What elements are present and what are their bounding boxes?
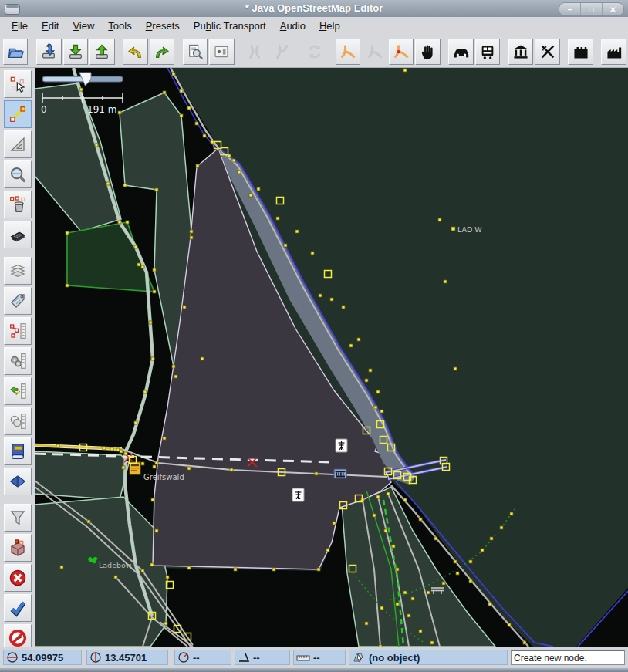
power-tower-icon[interactable]	[292, 488, 304, 501]
split-way-button[interactable]	[336, 39, 360, 65]
map-node[interactable]	[365, 622, 368, 625]
map-node[interactable]	[141, 462, 144, 465]
download-osm-data-button[interactable]	[36, 39, 61, 65]
map-node[interactable]	[116, 448, 120, 451]
map-node[interactable]	[196, 164, 199, 167]
map-node[interactable]	[257, 187, 260, 191]
menu-presets[interactable]: Presets	[139, 18, 187, 34]
map-node[interactable]	[481, 549, 484, 552]
selection-dialog-button[interactable]	[4, 377, 32, 405]
map-node[interactable]	[79, 88, 83, 91]
validator-check-button[interactable]	[4, 594, 32, 622]
map-node[interactable]	[434, 537, 437, 540]
map-node[interactable]	[190, 236, 193, 239]
map-node[interactable]	[369, 369, 372, 372]
landuse-below-road[interactable]	[35, 451, 129, 500]
map-node[interactable]	[419, 518, 422, 521]
toggle-dialogs-button[interactable]	[209, 39, 234, 65]
map-node[interactable]	[118, 221, 121, 224]
map-node[interactable]	[143, 390, 147, 393]
map-node[interactable]	[60, 566, 63, 569]
preset-bus-button[interactable]	[475, 39, 500, 65]
upload-data-button[interactable]	[89, 39, 114, 65]
map-node[interactable]	[333, 522, 336, 525]
map-node[interactable]	[66, 284, 69, 287]
map-node[interactable]	[187, 467, 191, 470]
map-node[interactable]	[124, 452, 127, 455]
map-node[interactable]	[365, 379, 368, 382]
city-limit-sign-icon[interactable]	[130, 462, 140, 474]
map-node[interactable]	[183, 306, 186, 309]
map-node[interactable]	[438, 218, 441, 221]
zoom-tool-button[interactable]	[4, 160, 32, 188]
map-node[interactable]	[488, 603, 491, 606]
search-button[interactable]	[183, 39, 208, 65]
building-tool-button[interactable]	[4, 221, 32, 248]
map-node[interactable]	[508, 623, 511, 626]
map-canvas[interactable]: Greifswald Ladebow LAD W 0 191 m	[35, 68, 628, 647]
map-node[interactable]	[103, 447, 106, 450]
map-node[interactable]	[174, 375, 177, 378]
map-node[interactable]	[380, 410, 383, 413]
map-node[interactable]	[454, 560, 457, 563]
map-node[interactable]	[392, 545, 395, 548]
preset-castle-button[interactable]	[568, 39, 593, 65]
map-node[interactable]	[490, 537, 493, 540]
map-node[interactable]	[180, 114, 183, 117]
map-node[interactable]	[442, 582, 445, 585]
tags-dialog-button[interactable]	[4, 287, 32, 315]
map-node[interactable]	[134, 245, 137, 248]
map-node[interactable]	[319, 294, 322, 297]
authors-dialog-button[interactable]	[4, 437, 32, 465]
map-node[interactable]	[56, 444, 59, 447]
map-node[interactable]	[153, 465, 156, 468]
title-bar[interactable]: * Java OpenStreetMap Editor – □ ✕	[0, 0, 628, 17]
map-node[interactable]	[234, 568, 237, 571]
map-node[interactable]	[317, 568, 320, 571]
map-node[interactable]	[155, 529, 158, 532]
map-node[interactable]	[380, 606, 383, 610]
map-node[interactable]	[284, 244, 287, 247]
map-node[interactable]	[311, 252, 314, 255]
map-node[interactable]	[376, 390, 380, 393]
map-node[interactable]	[122, 466, 125, 469]
map-node[interactable]	[411, 597, 414, 600]
map-node[interactable]	[430, 641, 434, 644]
map-node[interactable]	[66, 231, 69, 235]
properties-dialog-button[interactable]	[4, 347, 32, 375]
map-node[interactable]	[419, 630, 422, 633]
map-node[interactable]	[141, 265, 144, 268]
map-node[interactable]	[151, 357, 154, 360]
map-node[interactable]	[190, 230, 193, 233]
status-help-field[interactable]	[511, 650, 625, 665]
map-node[interactable]	[187, 566, 191, 569]
relations-dialog-button[interactable]	[4, 317, 32, 345]
map-node[interactable]	[153, 290, 156, 293]
menu-tools[interactable]: Tools	[101, 18, 138, 34]
map-node[interactable]	[427, 591, 430, 594]
map-node[interactable]	[342, 306, 345, 309]
menu-view[interactable]: View	[66, 18, 101, 34]
map-node[interactable]	[172, 73, 175, 76]
menu-edit[interactable]: Edit	[35, 18, 66, 34]
map-node[interactable]	[110, 447, 113, 451]
map-node[interactable]	[349, 344, 353, 347]
maximize-button[interactable]: □	[580, 3, 602, 15]
map-node[interactable]	[201, 357, 204, 360]
map-node[interactable]	[195, 122, 198, 125]
download-to-layer-button[interactable]	[63, 39, 88, 65]
map-area[interactable]: Greifswald Ladebow LAD W 0 191 m	[35, 68, 628, 647]
map-node[interactable]	[153, 268, 156, 272]
map-node[interactable]	[137, 263, 140, 266]
map-node[interactable]	[155, 461, 158, 464]
map-node[interactable]	[172, 365, 175, 368]
map-node[interactable]	[469, 579, 472, 583]
map-node[interactable]	[403, 498, 407, 501]
layers-dialog-button[interactable]	[4, 257, 32, 285]
filter-dialog-button[interactable]	[4, 504, 32, 532]
map-node[interactable]	[230, 468, 233, 471]
redo-button[interactable]	[150, 39, 174, 65]
map-node[interactable]	[500, 526, 503, 529]
map-node[interactable]	[444, 280, 447, 283]
map-node[interactable]	[203, 134, 206, 137]
